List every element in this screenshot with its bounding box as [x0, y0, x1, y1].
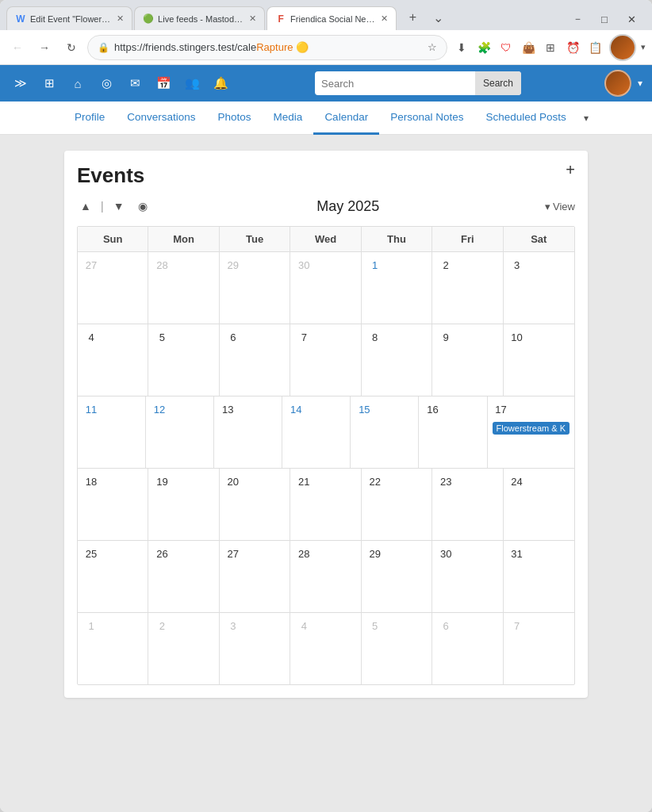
calendar-cell[interactable]: 19	[148, 469, 219, 540]
calendar-cell[interactable]: 29	[362, 541, 432, 612]
reload-button[interactable]: ↻	[60, 36, 82, 59]
download-icon[interactable]: ⬇	[452, 38, 471, 57]
calendar-cell[interactable]: 7	[504, 613, 574, 684]
sub-nav-personal-notes[interactable]: Personal Notes	[379, 102, 474, 135]
cell-date: 27	[224, 546, 242, 563]
calendar-cell[interactable]: 7	[290, 324, 361, 396]
sub-nav-more-icon[interactable]: ▾	[584, 113, 589, 124]
calendar-cell[interactable]: 28	[148, 252, 219, 324]
sub-nav-photos[interactable]: Photos	[207, 102, 263, 135]
calendar-cell[interactable]: 12	[146, 396, 214, 468]
apps-icon[interactable]: ⊞	[541, 38, 560, 57]
calendar-cell[interactable]: 14	[282, 396, 351, 468]
calendar-cell[interactable]: 22	[362, 469, 432, 540]
tab-2[interactable]: 🟢 Live feeds - Mastod… ✕	[134, 6, 265, 30]
next-month-button[interactable]: ▼	[110, 197, 128, 215]
calendar-cell[interactable]: 31	[504, 541, 574, 612]
calendar-cell[interactable]: 4	[290, 613, 361, 684]
new-tab-button[interactable]: +	[401, 6, 424, 29]
sub-nav-conversations[interactable]: Conversations	[116, 102, 206, 135]
calendar-cell[interactable]: 23	[432, 469, 503, 540]
calendar-cell[interactable]: 11	[78, 396, 146, 468]
search-input[interactable]	[315, 78, 475, 90]
address-bar[interactable]: 🔒 https://friends.stingers.test/caleRapt…	[87, 35, 447, 60]
add-event-button[interactable]: +	[566, 162, 575, 178]
contacts-icon[interactable]: 👥	[181, 72, 203, 94]
back-button[interactable]: ←	[6, 36, 29, 59]
calendar-cell[interactable]: 29	[220, 252, 290, 324]
user-avatar-nav[interactable]	[609, 34, 636, 61]
extensions-icon[interactable]: 🧩	[474, 38, 493, 57]
calendar-cell[interactable]: 30	[432, 541, 503, 612]
tab-1[interactable]: W Edit Event "Flower… ✕	[6, 6, 132, 30]
bell-icon[interactable]: 🔔	[209, 72, 232, 94]
prev-month-button[interactable]: ▲	[77, 197, 94, 215]
cell-date: 6	[437, 618, 454, 635]
cell-date: 3	[508, 257, 526, 274]
calendar-cell[interactable]: 25	[78, 541, 148, 612]
calendar-cell[interactable]: 13	[214, 396, 282, 468]
tab-3[interactable]: F Friendica Social Ne… ✕	[267, 6, 397, 30]
calendar-cell[interactable]: 10	[504, 324, 574, 396]
calendar-cell[interactable]: 18	[78, 469, 148, 540]
sub-nav-scheduled-posts[interactable]: Scheduled Posts	[474, 102, 577, 135]
cell-date: 29	[224, 257, 242, 274]
calendar-cell[interactable]: 17Flowerstream & K	[488, 396, 574, 468]
hamburger-icon[interactable]: ≫	[10, 72, 32, 94]
calendar-cell[interactable]: 15	[351, 396, 419, 468]
sub-nav-calendar[interactable]: Calendar	[313, 102, 379, 135]
event-badge[interactable]: Flowerstream & K	[493, 422, 570, 435]
calendar-cell[interactable]: 27	[78, 252, 148, 324]
forward-button[interactable]: →	[33, 36, 56, 59]
tab-2-icon: 🟢	[143, 13, 154, 25]
close-button[interactable]: ✕	[620, 8, 642, 30]
maximize-button[interactable]: □	[593, 8, 616, 30]
calendar-cell[interactable]: 2	[432, 252, 503, 324]
calendar-cell[interactable]: 28	[290, 541, 361, 612]
calendar-cell[interactable]: 3	[220, 613, 290, 684]
user-avatar-header[interactable]	[604, 70, 631, 97]
minimize-button[interactable]: －	[566, 8, 589, 30]
grid-icon[interactable]: ⊞	[38, 72, 60, 94]
calendar-cell[interactable]: 3	[504, 252, 574, 324]
sub-nav-media[interactable]: Media	[263, 102, 314, 135]
tab-list-button[interactable]: ⌄	[427, 6, 449, 29]
calendar-cell[interactable]: 1	[362, 252, 432, 324]
target-icon[interactable]: ◎	[95, 72, 117, 94]
calendar-cell[interactable]: 30	[290, 252, 361, 324]
calendar-icon[interactable]: 📅	[152, 72, 175, 94]
calendar-cell[interactable]: 16	[419, 396, 487, 468]
bookmark-icon[interactable]: ☆	[428, 41, 437, 53]
calendar-cell[interactable]: 6	[432, 613, 503, 684]
wallet-icon[interactable]: 👜	[519, 38, 538, 57]
calendar-cell[interactable]: 9	[432, 324, 503, 396]
calendar-cell[interactable]: 1	[78, 613, 148, 684]
calendar-cell[interactable]: 5	[362, 613, 432, 684]
mail-icon[interactable]: ✉	[124, 72, 146, 94]
calendar-cell[interactable]: 4	[78, 324, 148, 396]
calendar-cell[interactable]: 2	[148, 613, 219, 684]
calendar-cell[interactable]: 24	[504, 469, 574, 540]
profile-dropdown-icon[interactable]: ▾	[641, 42, 646, 52]
today-button[interactable]: ◉	[134, 197, 151, 215]
shield-icon[interactable]: 🛡	[497, 38, 516, 57]
cell-date: 28	[295, 546, 313, 563]
tab-2-close[interactable]: ✕	[249, 13, 256, 24]
search-button[interactable]: Search	[475, 71, 521, 95]
calendar-cell[interactable]: 20	[220, 469, 290, 540]
cell-date: 8	[366, 329, 384, 347]
view-selector[interactable]: ▾ View	[545, 201, 575, 213]
sub-nav-profile[interactable]: Profile	[63, 102, 116, 135]
home-icon[interactable]: ⌂	[67, 72, 89, 94]
calendar-cell[interactable]: 8	[362, 324, 432, 396]
calendar-cell[interactable]: 27	[220, 541, 290, 612]
notes-icon[interactable]: 📋	[585, 38, 604, 57]
calendar-cell[interactable]: 26	[148, 541, 219, 612]
avatar-dropdown-icon[interactable]: ▾	[638, 78, 642, 89]
calendar-cell[interactable]: 6	[220, 324, 290, 396]
calendar-cell[interactable]: 5	[148, 324, 219, 396]
tab-3-close[interactable]: ✕	[381, 13, 388, 24]
tab-1-close[interactable]: ✕	[117, 13, 124, 24]
calendar-cell[interactable]: 21	[290, 469, 361, 540]
timer-icon[interactable]: ⏰	[563, 38, 582, 57]
